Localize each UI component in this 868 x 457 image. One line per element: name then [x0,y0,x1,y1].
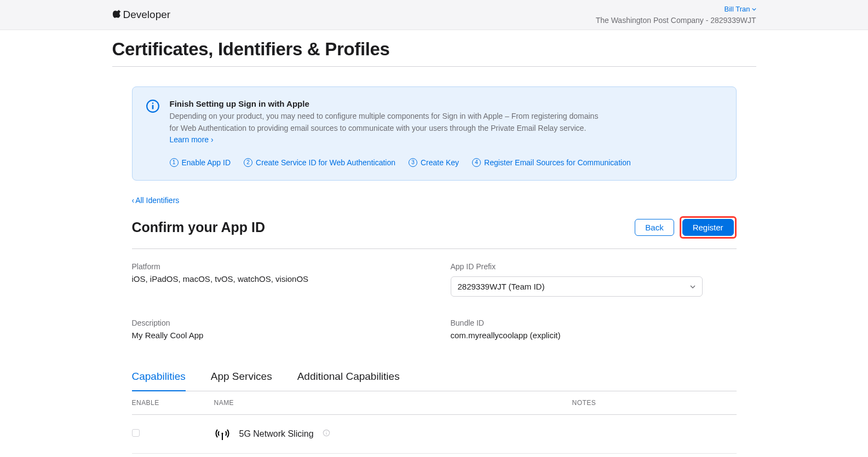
description-value: My Really Cool App [132,331,418,340]
svg-point-7 [326,431,326,432]
info-steps: 1Enable App ID 2Create Service ID for We… [170,158,721,167]
info-description: Depending on your product, you may need … [170,111,608,146]
page-title: Certificates, Identifiers & Profiles [112,30,756,67]
capability-table-header: ENABLE NAME NOTES [132,391,737,415]
tab-app-services[interactable]: App Services [211,371,272,391]
capability-checkbox[interactable] [132,429,140,437]
bundle-field: Bundle ID com.myreallycoolapp (explicit) [451,319,737,340]
section-header: Confirm your App ID Back Register [132,216,737,249]
platform-label: Platform [132,262,418,271]
step-enable-app-id[interactable]: 1Enable App ID [170,158,231,167]
register-button[interactable]: Register [682,219,734,236]
col-enable: ENABLE [132,399,214,407]
back-button[interactable]: Back [635,219,674,236]
learn-more-link[interactable]: Learn more › [170,135,214,144]
info-title: Finish Setting up Sign in with Apple [170,99,721,108]
logo-text: Developer [123,9,171,21]
user-menu[interactable]: Bill Tran [725,4,756,15]
apple-icon [112,10,122,20]
prefix-select[interactable]: 2829339WJT (Team ID) [451,276,703,297]
capability-row: Access Wi-Fi Information [132,454,737,457]
bundle-value: com.myreallycoolapp (explicit) [451,331,737,340]
capability-row: 5G Network Slicing [132,415,737,454]
col-notes: NOTES [572,399,737,407]
svg-point-2 [152,102,153,104]
description-label: Description [132,319,418,327]
capability-name: 5G Network Slicing [239,429,314,439]
description-field: Description My Really Cool App [132,319,418,340]
developer-logo[interactable]: Developer [112,9,171,21]
user-name-text: Bill Tran [725,4,750,15]
step-create-key[interactable]: 3Create Key [409,158,459,167]
info-panel: Finish Setting up Sign in with Apple Dep… [132,86,737,181]
top-bar: Developer Bill Tran The Washington Post … [0,0,868,30]
user-info: Bill Tran The Washington Post Company - … [596,3,756,26]
tabs: Capabilities App Services Additional Cap… [132,371,737,391]
tab-capabilities[interactable]: Capabilities [132,371,186,391]
step-register-email[interactable]: 4Register Email Sources for Communicatio… [472,158,631,167]
info-icon[interactable] [323,429,330,439]
chevron-down-icon [690,284,695,290]
info-icon [146,99,160,113]
step-create-service-id[interactable]: 2Create Service ID for Web Authenticatio… [244,158,395,167]
back-link-all-identifiers[interactable]: ‹ All Identifiers [132,196,180,205]
tab-additional-capabilities[interactable]: Additional Capabilities [297,371,400,391]
chevron-down-icon [752,7,756,11]
antenna-5g-icon [214,426,231,442]
bundle-label: Bundle ID [451,319,737,327]
platform-value: iOS, iPadOS, macOS, tvOS, watchOS, visio… [132,274,418,284]
field-grid: Platform iOS, iPadOS, macOS, tvOS, watch… [132,262,737,340]
col-name: NAME [214,399,572,407]
prefix-field: App ID Prefix 2829339WJT (Team ID) [451,262,737,297]
section-title: Confirm your App ID [132,219,266,235]
highlight-annotation: Register [680,216,737,239]
team-info: The Washington Post Company - 2829339WJT [596,15,756,26]
chevron-left-icon: ‹ [132,196,135,205]
platform-field: Platform iOS, iPadOS, macOS, tvOS, watch… [132,262,418,297]
prefix-label: App ID Prefix [451,262,737,271]
prefix-value: 2829339WJT (Team ID) [458,282,545,291]
